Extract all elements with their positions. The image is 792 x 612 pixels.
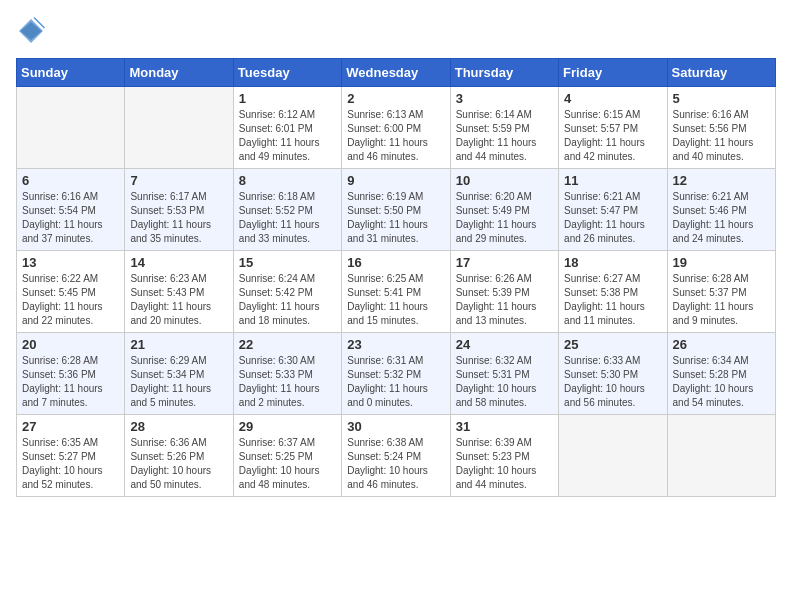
day-info: Sunrise: 6:31 AM Sunset: 5:32 PM Dayligh… [347, 354, 444, 410]
calendar-cell: 27Sunrise: 6:35 AM Sunset: 5:27 PM Dayli… [17, 415, 125, 497]
weekday-header-monday: Monday [125, 59, 233, 87]
calendar-cell: 16Sunrise: 6:25 AM Sunset: 5:41 PM Dayli… [342, 251, 450, 333]
calendar-cell: 28Sunrise: 6:36 AM Sunset: 5:26 PM Dayli… [125, 415, 233, 497]
calendar-cell: 20Sunrise: 6:28 AM Sunset: 5:36 PM Dayli… [17, 333, 125, 415]
calendar-cell: 17Sunrise: 6:26 AM Sunset: 5:39 PM Dayli… [450, 251, 558, 333]
day-number: 11 [564, 173, 661, 188]
calendar-cell: 19Sunrise: 6:28 AM Sunset: 5:37 PM Dayli… [667, 251, 775, 333]
calendar-cell: 26Sunrise: 6:34 AM Sunset: 5:28 PM Dayli… [667, 333, 775, 415]
calendar-cell: 10Sunrise: 6:20 AM Sunset: 5:49 PM Dayli… [450, 169, 558, 251]
calendar-cell: 8Sunrise: 6:18 AM Sunset: 5:52 PM Daylig… [233, 169, 341, 251]
day-number: 10 [456, 173, 553, 188]
weekday-header-thursday: Thursday [450, 59, 558, 87]
calendar-week-2: 6Sunrise: 6:16 AM Sunset: 5:54 PM Daylig… [17, 169, 776, 251]
calendar-cell: 25Sunrise: 6:33 AM Sunset: 5:30 PM Dayli… [559, 333, 667, 415]
day-number: 8 [239, 173, 336, 188]
day-number: 1 [239, 91, 336, 106]
weekday-header-row: SundayMondayTuesdayWednesdayThursdayFrid… [17, 59, 776, 87]
day-info: Sunrise: 6:18 AM Sunset: 5:52 PM Dayligh… [239, 190, 336, 246]
day-number: 21 [130, 337, 227, 352]
calendar-week-1: 1Sunrise: 6:12 AM Sunset: 6:01 PM Daylig… [17, 87, 776, 169]
day-info: Sunrise: 6:13 AM Sunset: 6:00 PM Dayligh… [347, 108, 444, 164]
day-info: Sunrise: 6:34 AM Sunset: 5:28 PM Dayligh… [673, 354, 770, 410]
day-number: 14 [130, 255, 227, 270]
calendar-cell: 2Sunrise: 6:13 AM Sunset: 6:00 PM Daylig… [342, 87, 450, 169]
calendar-cell: 14Sunrise: 6:23 AM Sunset: 5:43 PM Dayli… [125, 251, 233, 333]
day-number: 25 [564, 337, 661, 352]
day-info: Sunrise: 6:21 AM Sunset: 5:46 PM Dayligh… [673, 190, 770, 246]
day-info: Sunrise: 6:36 AM Sunset: 5:26 PM Dayligh… [130, 436, 227, 492]
weekday-header-tuesday: Tuesday [233, 59, 341, 87]
svg-marker-1 [21, 22, 42, 40]
day-number: 15 [239, 255, 336, 270]
day-info: Sunrise: 6:15 AM Sunset: 5:57 PM Dayligh… [564, 108, 661, 164]
calendar-cell: 12Sunrise: 6:21 AM Sunset: 5:46 PM Dayli… [667, 169, 775, 251]
day-number: 20 [22, 337, 119, 352]
day-info: Sunrise: 6:16 AM Sunset: 5:54 PM Dayligh… [22, 190, 119, 246]
day-info: Sunrise: 6:20 AM Sunset: 5:49 PM Dayligh… [456, 190, 553, 246]
calendar-cell [559, 415, 667, 497]
weekday-header-friday: Friday [559, 59, 667, 87]
logo-icon [16, 16, 46, 46]
calendar-cell: 31Sunrise: 6:39 AM Sunset: 5:23 PM Dayli… [450, 415, 558, 497]
day-number: 2 [347, 91, 444, 106]
day-info: Sunrise: 6:33 AM Sunset: 5:30 PM Dayligh… [564, 354, 661, 410]
day-number: 17 [456, 255, 553, 270]
day-info: Sunrise: 6:30 AM Sunset: 5:33 PM Dayligh… [239, 354, 336, 410]
day-number: 9 [347, 173, 444, 188]
day-info: Sunrise: 6:26 AM Sunset: 5:39 PM Dayligh… [456, 272, 553, 328]
calendar-cell: 5Sunrise: 6:16 AM Sunset: 5:56 PM Daylig… [667, 87, 775, 169]
calendar-cell: 6Sunrise: 6:16 AM Sunset: 5:54 PM Daylig… [17, 169, 125, 251]
day-info: Sunrise: 6:27 AM Sunset: 5:38 PM Dayligh… [564, 272, 661, 328]
day-number: 30 [347, 419, 444, 434]
day-info: Sunrise: 6:35 AM Sunset: 5:27 PM Dayligh… [22, 436, 119, 492]
calendar-cell: 13Sunrise: 6:22 AM Sunset: 5:45 PM Dayli… [17, 251, 125, 333]
day-number: 24 [456, 337, 553, 352]
day-number: 12 [673, 173, 770, 188]
day-number: 28 [130, 419, 227, 434]
calendar-cell: 3Sunrise: 6:14 AM Sunset: 5:59 PM Daylig… [450, 87, 558, 169]
calendar-cell [125, 87, 233, 169]
day-info: Sunrise: 6:29 AM Sunset: 5:34 PM Dayligh… [130, 354, 227, 410]
day-number: 26 [673, 337, 770, 352]
day-info: Sunrise: 6:17 AM Sunset: 5:53 PM Dayligh… [130, 190, 227, 246]
day-number: 16 [347, 255, 444, 270]
weekday-header-sunday: Sunday [17, 59, 125, 87]
day-number: 18 [564, 255, 661, 270]
day-info: Sunrise: 6:21 AM Sunset: 5:47 PM Dayligh… [564, 190, 661, 246]
day-number: 29 [239, 419, 336, 434]
calendar-cell: 1Sunrise: 6:12 AM Sunset: 6:01 PM Daylig… [233, 87, 341, 169]
day-info: Sunrise: 6:28 AM Sunset: 5:37 PM Dayligh… [673, 272, 770, 328]
day-info: Sunrise: 6:16 AM Sunset: 5:56 PM Dayligh… [673, 108, 770, 164]
calendar-cell [667, 415, 775, 497]
calendar-week-3: 13Sunrise: 6:22 AM Sunset: 5:45 PM Dayli… [17, 251, 776, 333]
day-number: 22 [239, 337, 336, 352]
calendar-cell: 21Sunrise: 6:29 AM Sunset: 5:34 PM Dayli… [125, 333, 233, 415]
day-number: 4 [564, 91, 661, 106]
day-info: Sunrise: 6:38 AM Sunset: 5:24 PM Dayligh… [347, 436, 444, 492]
day-info: Sunrise: 6:25 AM Sunset: 5:41 PM Dayligh… [347, 272, 444, 328]
day-number: 19 [673, 255, 770, 270]
calendar-cell: 11Sunrise: 6:21 AM Sunset: 5:47 PM Dayli… [559, 169, 667, 251]
day-number: 3 [456, 91, 553, 106]
calendar-cell: 4Sunrise: 6:15 AM Sunset: 5:57 PM Daylig… [559, 87, 667, 169]
day-info: Sunrise: 6:39 AM Sunset: 5:23 PM Dayligh… [456, 436, 553, 492]
calendar-cell: 30Sunrise: 6:38 AM Sunset: 5:24 PM Dayli… [342, 415, 450, 497]
day-info: Sunrise: 6:32 AM Sunset: 5:31 PM Dayligh… [456, 354, 553, 410]
calendar-cell: 22Sunrise: 6:30 AM Sunset: 5:33 PM Dayli… [233, 333, 341, 415]
day-info: Sunrise: 6:28 AM Sunset: 5:36 PM Dayligh… [22, 354, 119, 410]
day-number: 5 [673, 91, 770, 106]
day-number: 27 [22, 419, 119, 434]
calendar-cell [17, 87, 125, 169]
day-number: 6 [22, 173, 119, 188]
page-header [16, 16, 776, 46]
day-info: Sunrise: 6:19 AM Sunset: 5:50 PM Dayligh… [347, 190, 444, 246]
weekday-header-saturday: Saturday [667, 59, 775, 87]
day-number: 31 [456, 419, 553, 434]
day-info: Sunrise: 6:37 AM Sunset: 5:25 PM Dayligh… [239, 436, 336, 492]
day-info: Sunrise: 6:14 AM Sunset: 5:59 PM Dayligh… [456, 108, 553, 164]
calendar-cell: 18Sunrise: 6:27 AM Sunset: 5:38 PM Dayli… [559, 251, 667, 333]
calendar-cell: 24Sunrise: 6:32 AM Sunset: 5:31 PM Dayli… [450, 333, 558, 415]
logo [16, 16, 52, 46]
calendar: SundayMondayTuesdayWednesdayThursdayFrid… [16, 58, 776, 497]
